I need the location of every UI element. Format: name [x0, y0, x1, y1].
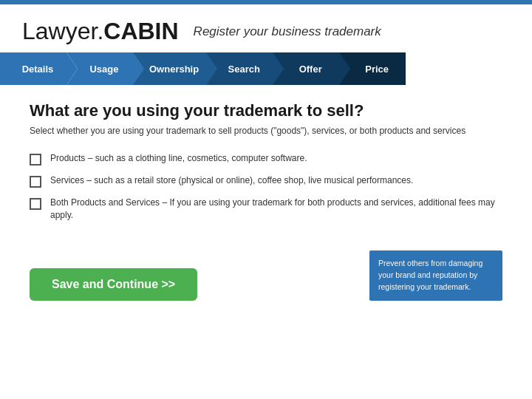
option-text-products: Products – such as a clothing line, cosm… [50, 152, 307, 165]
main-description: Select whether you are using your tradem… [30, 125, 502, 137]
step-label-details: Details [22, 64, 54, 75]
step-label-usage: Usage [89, 64, 118, 75]
logo-bold: CABIN [103, 18, 178, 44]
option-item-services: Services – such as a retail store (physi… [30, 174, 502, 188]
option-checkbox-services[interactable] [30, 176, 41, 188]
logo-normal: Lawyer. [22, 18, 103, 44]
option-item-products: Products – such as a clothing line, cosm… [30, 152, 502, 166]
bottom-section: Save and Continue >> Prevent others from… [0, 250, 532, 300]
option-text-both: Both Products and Services – If you are … [50, 197, 502, 222]
step-label-price: Price [365, 64, 389, 75]
option-checkbox-both[interactable] [30, 198, 41, 210]
option-item-both: Both Products and Services – If you are … [30, 197, 502, 222]
main-title: What are you using your trademark to sel… [30, 101, 502, 120]
step-label-offer: Offer [299, 64, 322, 75]
options-list: Products – such as a clothing line, cosm… [30, 152, 502, 222]
header: Lawyer.CABIN Register your business trad… [0, 4, 532, 52]
save-continue-button[interactable]: Save and Continue >> [30, 268, 197, 301]
step-details[interactable]: Details [0, 52, 66, 85]
main-content: What are you using your trademark to sel… [0, 85, 532, 250]
progress-bar: DetailsUsageOwnershipSearchOfferPrice [0, 52, 532, 85]
step-label-search: Search [228, 64, 260, 75]
option-checkbox-products[interactable] [30, 154, 41, 166]
info-box: Prevent others from damaging your brand … [369, 250, 502, 300]
logo: Lawyer.CABIN [22, 18, 179, 45]
step-label-ownership: Ownership [149, 64, 199, 75]
option-text-services: Services – such as a retail store (physi… [50, 174, 413, 187]
header-subtitle: Register your business trademark [194, 24, 381, 39]
